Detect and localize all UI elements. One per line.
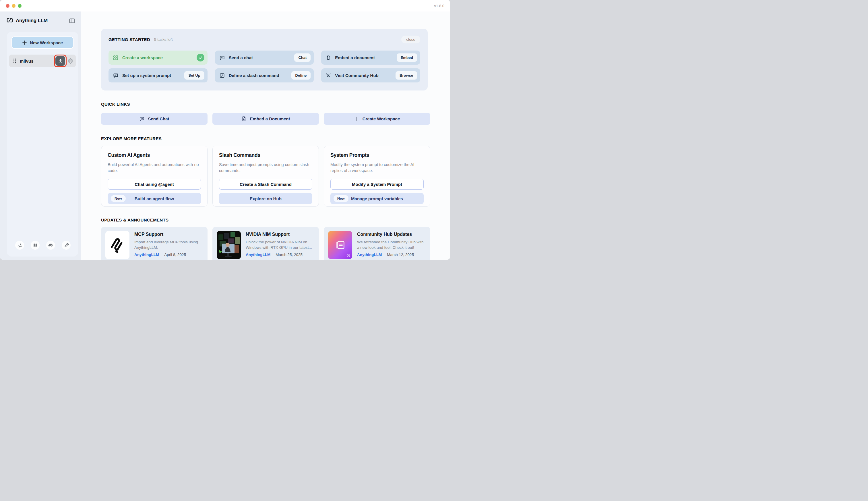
announcement-card-community-hub[interactable]: Community Hub Updates We refreshed the C… xyxy=(324,227,430,260)
workspace-name: milvus xyxy=(20,58,34,64)
nvidia-video-thumbnail xyxy=(217,231,241,259)
minimize-window-button[interactable] xyxy=(12,4,15,8)
button-label: Build an agent flow xyxy=(135,196,174,201)
titlebar: v1.8.0 xyxy=(0,0,450,11)
close-getting-started-button[interactable]: close xyxy=(401,36,420,43)
task-send-chat[interactable]: Send a chat Chat xyxy=(215,51,314,65)
app-name: Anything LLM xyxy=(16,18,48,23)
quick-link-label: Send Chat xyxy=(148,116,169,121)
explore-title: EXPLORE MORE FEATURES xyxy=(101,136,450,141)
task-label: Set up a system prompt xyxy=(122,73,171,78)
task-label: Visit Community Hub xyxy=(335,73,378,78)
upload-icon xyxy=(58,58,63,64)
workspace-item[interactable]: milvus xyxy=(9,55,76,67)
discord-icon xyxy=(48,243,53,248)
sidebar-toggle-icon[interactable] xyxy=(69,18,75,23)
task-create-workspace[interactable]: Create a workspace xyxy=(109,51,208,65)
modify-system-prompt-button[interactable]: Modify a System Prompt xyxy=(330,179,424,190)
task-community-hub[interactable]: Visit Community Hub Browse xyxy=(321,68,420,83)
feature-card-title: Slash Commands xyxy=(219,152,312,158)
workspace-panel: New Workspace milvus xyxy=(7,32,78,257)
mcp-logo-thumbnail xyxy=(105,231,130,259)
chat-icon xyxy=(219,55,225,61)
new-badge: New xyxy=(111,195,126,202)
quick-link-label: Create Workspace xyxy=(363,116,400,121)
updates-title: UPDATES & ANNOUNCEMENTS xyxy=(101,217,450,222)
announcement-title: NVIDIA NIM Support xyxy=(246,232,315,237)
feature-card-custom-ai-agents: Custom AI Agents Build powerful AI Agent… xyxy=(101,146,208,206)
task-label: Send a chat xyxy=(229,55,253,60)
close-window-button[interactable] xyxy=(6,4,10,8)
task-system-prompt[interactable]: Set up a system prompt Set Up xyxy=(109,68,208,83)
workspace-settings-gear-icon[interactable] xyxy=(67,58,74,64)
task-embed-document[interactable]: Embed a document Embed xyxy=(321,51,420,65)
file-down-icon xyxy=(241,116,246,121)
main-content: GETTING STARTED 5 tasks left close Creat… xyxy=(81,11,450,260)
tasks-left-count: 5 tasks left xyxy=(154,38,173,42)
anythingllm-mini-logo-icon xyxy=(347,254,350,257)
getting-started-title: GETTING STARTED xyxy=(109,37,150,42)
plus-icon xyxy=(22,40,27,45)
task-action-browse-button[interactable]: Browse xyxy=(396,71,417,79)
app-window: v1.8.0 Anything LLM xyxy=(0,0,450,260)
announcement-date: March 12, 2025 xyxy=(387,253,414,257)
community-hub-thumbnail xyxy=(328,231,352,259)
sidebar: Anything LLM New Workspace xyxy=(0,11,81,260)
zoom-window-button[interactable] xyxy=(18,4,22,8)
chat-icon xyxy=(139,116,145,121)
quick-link-send-chat[interactable]: Send Chat xyxy=(101,113,208,125)
documents-icon xyxy=(326,55,331,61)
announcement-source-link[interactable]: AnythingLLM xyxy=(246,253,271,257)
task-slash-command[interactable]: Define a slash command Define xyxy=(215,68,314,83)
plus-icon xyxy=(354,116,359,121)
new-workspace-button[interactable]: New Workspace xyxy=(11,36,74,49)
traffic-lights xyxy=(6,4,22,8)
quick-link-create-workspace[interactable]: Create Workspace xyxy=(324,113,430,125)
button-label: Explore on Hub xyxy=(250,196,282,201)
support-button[interactable] xyxy=(15,241,24,249)
settings-button[interactable] xyxy=(62,241,70,249)
announcement-source-link[interactable]: AnythingLLM xyxy=(357,253,382,257)
docs-book-icon xyxy=(33,243,38,248)
app-version: v1.8.0 xyxy=(434,4,444,8)
new-workspace-label: New Workspace xyxy=(30,40,63,45)
explore-on-hub-button[interactable]: Explore on Hub xyxy=(219,193,312,204)
task-action-embed-button[interactable]: Embed xyxy=(397,53,417,62)
announcement-title: MCP Support xyxy=(134,232,203,237)
new-badge: New xyxy=(333,195,349,202)
task-action-chat-button[interactable]: Chat xyxy=(294,53,310,62)
announcement-body: We refreshed the Community Hub with a ne… xyxy=(357,239,426,250)
sidebar-footer xyxy=(15,241,70,249)
task-label: Create a workspace xyxy=(122,55,163,60)
task-label: Embed a document xyxy=(335,55,375,60)
feature-card-body: Modify the system prompt to customize th… xyxy=(330,162,424,174)
slash-icon xyxy=(219,73,225,78)
upload-document-button[interactable] xyxy=(55,56,65,66)
manage-prompt-variables-button[interactable]: New Manage prompt variables xyxy=(330,193,424,204)
announcement-card-mcp[interactable]: MCP Support Import and leverage MCP tool… xyxy=(101,227,208,260)
feature-card-system-prompts: System Prompts Modify the system prompt … xyxy=(324,146,430,206)
announcement-source-link[interactable]: AnythingLLM xyxy=(134,253,159,257)
announcement-date: April 8, 2025 xyxy=(164,253,186,257)
announcement-card-nvidia[interactable]: NVIDIA NIM Support Unlock the power of N… xyxy=(212,227,319,260)
quick-link-label: Embed a Document xyxy=(250,116,290,121)
news-book-icon xyxy=(334,239,346,251)
button-label: Manage prompt variables xyxy=(351,196,403,201)
quick-link-embed-document[interactable]: Embed a Document xyxy=(212,113,319,125)
chat-using-agent-button[interactable]: Chat using @agent xyxy=(108,179,201,190)
docs-button[interactable] xyxy=(31,241,40,249)
create-slash-command-button[interactable]: Create a Slash Command xyxy=(219,179,312,190)
drag-handle-icon[interactable] xyxy=(13,58,17,64)
quick-links-title: QUICK LINKS xyxy=(101,102,450,107)
announcement-body: Import and leverage MCP tools using Anyt… xyxy=(134,239,203,250)
task-action-setup-button[interactable]: Set Up xyxy=(184,71,204,79)
anythingllm-logo-icon xyxy=(6,18,13,23)
announcement-body: Unlock the power of NVIDIA NIM on Window… xyxy=(246,239,315,250)
getting-started-panel: GETTING STARTED 5 tasks left close Creat… xyxy=(101,29,428,90)
sidebar-header: Anything LLM xyxy=(0,11,81,30)
discord-button[interactable] xyxy=(46,241,55,249)
wrench-icon xyxy=(64,243,69,248)
build-agent-flow-button[interactable]: New Build an agent flow xyxy=(108,193,201,204)
feature-card-title: System Prompts xyxy=(330,152,424,158)
task-action-define-button[interactable]: Define xyxy=(292,71,311,79)
